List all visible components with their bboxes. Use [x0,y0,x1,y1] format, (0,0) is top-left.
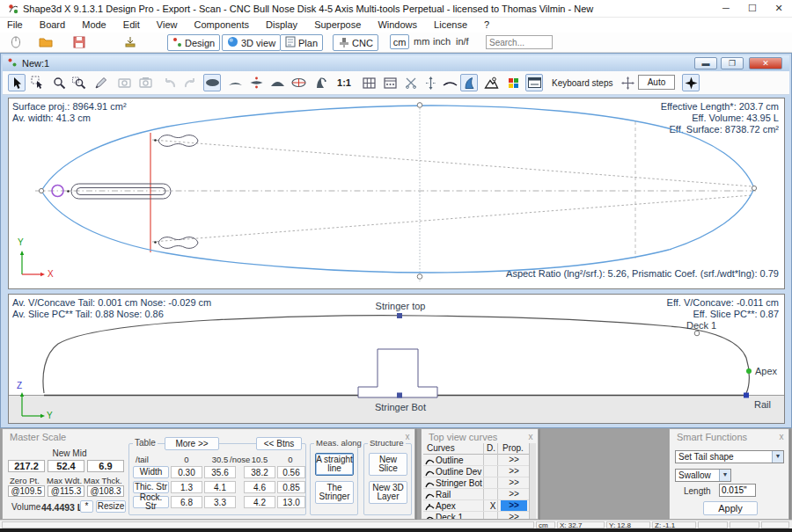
prop-link[interactable]: >> [501,455,527,465]
smart-star-icon[interactable] [682,74,700,91]
zero-pt-value[interactable]: @109.5 [8,485,45,497]
select-box-icon[interactable] [29,74,47,91]
colors-icon[interactable] [504,74,522,91]
snapshot-icon[interactable] [115,74,133,91]
slice-view-panel[interactable]: Av. V/Concave Tail: 0.001 cm Nose: -0.02… [8,294,785,424]
thickness-view-icon[interactable] [247,74,265,91]
table-cell[interactable]: 4.2 [244,496,275,508]
unit-inch-button[interactable]: inch [433,36,451,47]
menu-display[interactable]: Display [259,18,304,32]
doc-minimize-button[interactable]: ▬ [694,57,717,69]
top-view-canvas[interactable] [9,98,784,288]
close-button[interactable]: ✕ [766,0,792,18]
table-cell[interactable]: 4.1 [204,481,236,493]
table-cell[interactable]: 0.56 [277,466,305,478]
curve-row-rail[interactable]: Rail>> [423,489,529,500]
row-rock-button[interactable]: Rock. Str [133,496,169,508]
doc-close-button[interactable]: ✕ [749,57,782,69]
table-cell[interactable]: 35.6 [204,466,236,478]
maximize-button[interactable]: ☐ [739,0,766,18]
rocker-view-icon[interactable] [226,74,244,91]
width-value[interactable]: 52.4 [48,460,84,472]
straight-line-button[interactable]: A straight line [315,453,354,476]
outline-view-icon[interactable] [203,74,221,91]
open-folder-icon[interactable] [39,35,53,51]
smart-functions-close-icon[interactable]: x [776,432,787,442]
plan-button[interactable]: Plan [280,34,323,51]
top-view-panel[interactable]: Surface proj.: 8964.91 cm² Av. width: 41… [8,98,785,289]
slice-view-icon[interactable] [290,74,307,91]
curve-row-apex[interactable]: ApexX>> [423,500,529,512]
prop-link[interactable]: >> [501,512,527,520]
cut-icon[interactable] [402,74,420,91]
max-thck-value[interactable]: @108.3 [87,485,124,497]
table-cell[interactable]: 3.3 [204,496,236,508]
measure-pen-icon[interactable] [92,74,109,91]
save-icon[interactable] [72,35,86,51]
zoom-window-icon[interactable] [70,74,88,91]
length-value[interactable]: 217.2 [8,460,45,472]
symmetry-icon[interactable] [422,74,439,91]
minimize-button[interactable]: ─ [713,0,739,18]
resize-button[interactable]: Resize [96,500,126,513]
table-cell[interactable]: 0.30 [171,466,202,478]
menu-edit[interactable]: Edit [116,18,147,32]
apply-button[interactable]: Apply [703,501,758,515]
the-stringer-button[interactable]: The Stringer [315,481,354,504]
table-cell[interactable]: 0.85 [277,481,305,493]
menu-components[interactable]: Components [187,18,256,32]
curves-scrollbar[interactable] [529,443,536,520]
mouse-settings-icon[interactable] [9,35,23,51]
search-input[interactable] [486,35,553,49]
undo-icon[interactable] [161,74,179,91]
select-arrow-icon[interactable] [8,74,26,91]
zoom-icon[interactable] [50,74,68,91]
grid-icon[interactable] [360,74,378,91]
3d-fin-view-icon[interactable] [311,74,328,91]
design-button[interactable]: Design [167,34,220,51]
prop-link[interactable]: >> [501,489,527,499]
scale-1-1-button[interactable]: 1:1 [335,74,353,91]
menu-help[interactable]: ? [477,18,496,32]
auto-button[interactable]: Auto [638,75,675,90]
menu-mode[interactable]: Mode [75,18,114,32]
table-cell[interactable]: 1.3 [171,481,202,493]
table-cell[interactable]: 6.8 [171,496,202,508]
doc-restore-button[interactable]: ❐ [721,57,744,69]
shape-select[interactable]: Swallow ▼ [675,469,731,482]
prop-link-selected[interactable]: >> [501,500,527,511]
deck-view-icon[interactable] [268,74,286,91]
volume-star-button[interactable]: * [80,500,93,513]
more-button[interactable]: More >> [165,437,219,450]
menu-file[interactable]: File [0,18,30,32]
table-cell[interactable]: 38.2 [244,466,275,478]
menu-superpose[interactable]: Superpose [307,18,368,32]
3d-view-button[interactable]: 3D view [222,34,281,51]
curve-icon[interactable] [441,74,458,91]
row-width-button[interactable]: Width [133,466,169,478]
prop-link[interactable]: >> [501,477,527,488]
snapshot-2-icon[interactable] [136,74,154,91]
new-slice-button[interactable]: New Slice [369,453,407,476]
table-cell[interactable]: 4.6 [244,481,275,493]
curve-row-deck[interactable]: Deck 1>> [423,512,529,520]
row-thic-button[interactable]: Thic. Str [133,481,169,493]
window-layout-icon[interactable] [525,74,543,91]
max-wdt-value[interactable]: @115.3 [48,485,84,497]
function-select[interactable]: Set Tail shape ▼ [675,450,784,463]
length-input[interactable] [719,484,756,497]
curves-panel-close-icon[interactable]: x [525,432,536,442]
unit-mm-button[interactable]: mm [414,36,429,47]
move-steps-icon[interactable] [619,74,636,91]
redo-icon[interactable] [180,74,198,91]
panel-icon[interactable] [381,74,399,91]
prop-link[interactable]: >> [501,466,527,477]
cnc-button[interactable]: CNC [333,34,378,51]
btns-button[interactable]: << Btns [256,437,302,450]
fin-icon[interactable] [460,74,478,91]
menu-view[interactable]: View [150,18,185,32]
curve-row-outline[interactable]: Outline>> [423,455,529,466]
thickness-value[interactable]: 6.9 [87,460,124,472]
menu-board[interactable]: Board [33,18,72,32]
menu-license[interactable]: License [427,18,474,32]
